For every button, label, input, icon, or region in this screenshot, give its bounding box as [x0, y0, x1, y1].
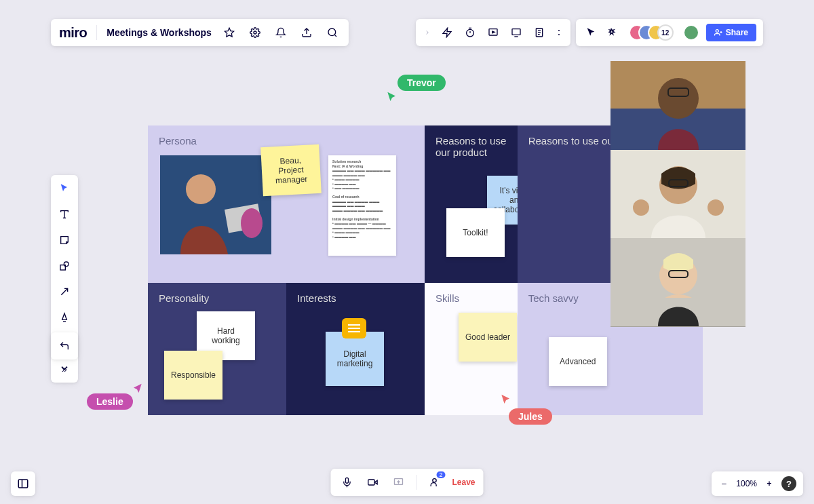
more-icon[interactable]	[554, 24, 564, 41]
doc-heading: Goal of research	[332, 195, 359, 199]
cursor-trevor	[385, 91, 399, 104]
leave-button[interactable]: Leave	[452, 478, 475, 487]
cell-title: Persona	[159, 135, 414, 147]
search-icon[interactable]	[324, 24, 341, 41]
cell-title: Reasons to use our product	[435, 135, 507, 158]
svg-point-35	[241, 208, 263, 238]
sticky-beau[interactable]: Beau, Project manager	[260, 144, 322, 196]
svg-point-60	[433, 479, 436, 482]
top-toolbar: miro Meetings & Workshops	[51, 19, 349, 46]
zoom-bar: – 100% + ?	[712, 471, 803, 496]
cell-title: Skills	[435, 292, 507, 304]
participants-icon[interactable]: 2	[426, 474, 442, 490]
avatar-self[interactable]	[683, 24, 699, 41]
participant-count-badge: 2	[436, 471, 445, 478]
sticky-responsible[interactable]: Responsible	[164, 351, 222, 400]
camera-icon[interactable]	[364, 474, 381, 490]
more-tools-icon[interactable]: »	[56, 361, 73, 377]
svg-point-44	[658, 78, 699, 119]
cursor-jules	[499, 393, 513, 407]
chevron-right-icon[interactable]	[423, 24, 432, 41]
cell-interests[interactable]: Interests Digital marketing	[286, 283, 425, 415]
undo-toolbar	[51, 332, 78, 360]
bolt-icon[interactable]	[439, 24, 455, 41]
zoom-in-button[interactable]: +	[764, 476, 775, 492]
svg-point-50	[708, 199, 724, 216]
present-icon[interactable]	[485, 24, 501, 41]
sticky-tool[interactable]	[56, 232, 73, 248]
timer-icon[interactable]	[462, 24, 478, 41]
cell-reasons-1[interactable]: Reasons to use our product It's visual a…	[425, 125, 518, 283]
video-panel[interactable]	[610, 61, 745, 327]
cell-title: Personality	[159, 292, 275, 304]
svg-point-19	[716, 30, 718, 33]
panel-toggle[interactable]	[11, 471, 35, 496]
doc-heading: Initial design implementation	[332, 217, 379, 221]
svg-rect-11	[512, 29, 520, 35]
top-right-controls: 12 Share	[416, 19, 763, 46]
sticky-toolkit[interactable]: Toolkit!	[446, 208, 505, 257]
cell-title: Interests	[297, 292, 414, 304]
cursor-leslie	[130, 383, 144, 396]
cursor-icon[interactable]	[583, 24, 599, 41]
sticky-good-leader[interactable]: Good leader	[459, 313, 517, 362]
help-button[interactable]: ?	[781, 476, 796, 491]
svg-line-26	[61, 288, 67, 294]
participant-count: 12	[657, 24, 674, 41]
board-title[interactable]: Meetings & Workshops	[106, 27, 212, 38]
collaboration-group: 12 Share	[576, 19, 763, 46]
settings-icon[interactable]	[247, 24, 263, 41]
cursor-label-jules: Jules	[509, 408, 552, 425]
participant-avatars[interactable]: 12	[629, 24, 674, 41]
sticky-advanced[interactable]: Advanced	[549, 337, 607, 386]
share-button[interactable]: Share	[706, 24, 756, 41]
svg-marker-0	[225, 28, 233, 37]
persona-photo[interactable]	[160, 155, 271, 254]
svg-rect-54	[345, 478, 348, 483]
svg-point-1	[254, 31, 256, 34]
cursor-label-leslie: Leslie	[87, 393, 133, 410]
screen-icon[interactable]	[508, 24, 524, 41]
doc-heading: Solution research	[332, 159, 361, 163]
notes-icon[interactable]	[531, 24, 547, 41]
shape-tool[interactable]	[56, 258, 73, 274]
meeting-bar: 2 Leave	[330, 469, 483, 496]
zoom-out-button[interactable]: –	[718, 476, 729, 492]
doc-heading: Next: IA & Wording	[332, 164, 363, 168]
divider	[416, 475, 416, 490]
undo-icon[interactable]	[56, 338, 73, 354]
svg-point-3	[328, 28, 336, 36]
svg-line-4	[334, 35, 336, 37]
video-tile-3[interactable]	[610, 238, 745, 327]
cell-persona[interactable]: Persona Beau, Project manager Solution r…	[148, 125, 425, 283]
video-tile-1[interactable]	[610, 61, 745, 150]
chat-icon[interactable]	[342, 318, 366, 338]
svg-point-17	[558, 30, 560, 31]
mic-icon[interactable]	[338, 474, 355, 490]
select-tool[interactable]	[56, 180, 73, 197]
miro-logo: miro	[59, 25, 87, 41]
video-tile-2[interactable]	[610, 150, 745, 239]
arrow-tool[interactable]	[56, 284, 73, 300]
svg-marker-10	[492, 31, 494, 33]
svg-point-33	[186, 174, 216, 204]
svg-marker-5	[443, 28, 451, 37]
facilitation-tools	[416, 19, 570, 46]
upload-icon[interactable]	[298, 24, 315, 41]
cursor-label-trevor: Trevor	[398, 75, 446, 91]
svg-point-18	[558, 34, 560, 35]
pen-tool[interactable]	[56, 309, 73, 326]
share-label: Share	[726, 28, 748, 37]
svg-rect-61	[18, 480, 28, 488]
cell-personality[interactable]: Personality Hard working Responsible	[148, 283, 286, 415]
research-doc[interactable]: Solution research Next: IA & Wording ▬▬▬…	[328, 155, 396, 256]
svg-point-25	[64, 262, 69, 267]
reactions-icon[interactable]	[606, 24, 622, 41]
star-icon[interactable]	[221, 24, 237, 41]
divider	[96, 25, 97, 40]
bell-icon[interactable]	[273, 24, 289, 41]
svg-rect-56	[368, 480, 374, 485]
text-tool[interactable]	[56, 206, 73, 222]
screenshare-icon[interactable]	[390, 474, 406, 490]
zoom-level[interactable]: 100%	[736, 479, 757, 488]
